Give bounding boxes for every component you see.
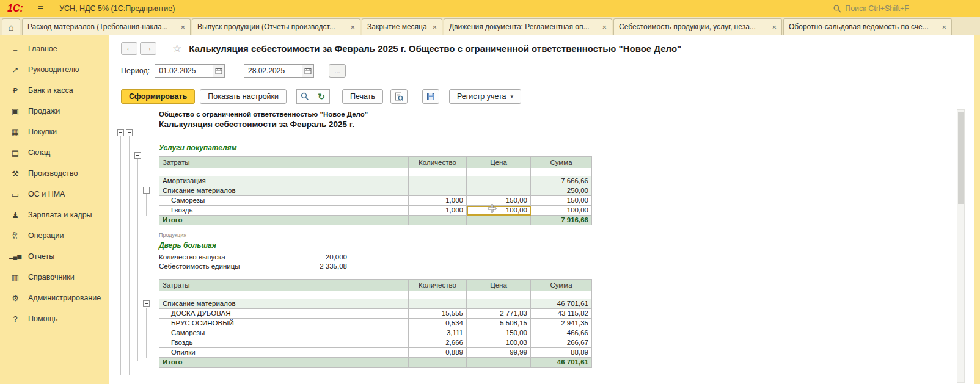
find-button[interactable] <box>296 89 313 104</box>
close-icon[interactable]: × <box>432 23 437 32</box>
row-label-cell[interactable]: Итого <box>159 358 409 368</box>
row-quantity-cell[interactable]: 0,534 <box>409 319 467 328</box>
show-settings-button[interactable]: Показать настройки <box>200 89 287 104</box>
row-sum-cell[interactable]: 266,67 <box>531 338 592 348</box>
collapse-group-icon[interactable] <box>143 300 150 307</box>
scrollbar-thumb[interactable] <box>958 112 964 204</box>
collapse-group-icon[interactable] <box>117 129 124 136</box>
row-price-cell[interactable]: 100,03 <box>467 338 531 348</box>
collapse-group-icon[interactable] <box>134 152 141 159</box>
col-header-costs[interactable]: Затраты <box>159 280 409 291</box>
row-sum-cell[interactable]: 46 701,61 <box>531 358 592 368</box>
collapse-group-icon[interactable] <box>126 129 133 136</box>
row-sum-cell[interactable]: 100,00 <box>531 206 592 216</box>
preview-button[interactable] <box>390 89 408 104</box>
col-header-price[interactable]: Цена <box>467 157 531 168</box>
row-quantity-cell[interactable] <box>409 176 467 186</box>
col-header-costs[interactable]: Затраты <box>159 157 409 168</box>
row-sum-cell[interactable]: 7 916,66 <box>531 216 592 225</box>
col-header-sum[interactable]: Сумма <box>531 280 592 291</box>
row-price-cell[interactable] <box>467 186 531 196</box>
row-label-cell[interactable]: Гвоздь <box>159 338 409 348</box>
row-sum-cell[interactable]: -88,89 <box>531 348 592 358</box>
row-quantity-cell[interactable]: 1,000 <box>409 196 467 206</box>
close-icon[interactable]: × <box>942 23 946 32</box>
row-sum-cell[interactable]: 466,66 <box>531 328 592 338</box>
sidebar-item[interactable]: Дт Кт Операции <box>0 225 109 246</box>
row-quantity-cell[interactable] <box>409 358 467 368</box>
row-price-cell[interactable] <box>467 291 531 299</box>
close-icon[interactable]: × <box>602 23 607 32</box>
row-price-cell[interactable] <box>467 299 531 309</box>
row-sum-cell[interactable] <box>531 291 592 299</box>
document-tab[interactable]: Себестоимость продукции, услуг, неза... … <box>613 18 782 35</box>
row-label-cell[interactable]: БРУС ОСИНОВЫЙ <box>159 319 409 328</box>
row-sum-cell[interactable]: 46 701,61 <box>531 299 592 309</box>
favorite-star-icon[interactable]: ☆ <box>172 42 181 55</box>
document-tab[interactable]: Расход материалов (Требования-накла... × <box>22 18 191 35</box>
row-price-cell[interactable] <box>467 216 531 225</box>
col-header-quantity[interactable]: Количество <box>409 280 467 291</box>
register-menu-button[interactable]: Регистр учета ▾ <box>449 89 521 104</box>
calendar-from-button[interactable] <box>213 64 225 78</box>
home-tab-button[interactable]: ⌂ <box>2 18 20 35</box>
sidebar-item[interactable]: ↗ Руководителю <box>0 59 109 80</box>
row-quantity-cell[interactable]: 2,666 <box>409 338 467 348</box>
row-quantity-cell[interactable] <box>409 186 467 196</box>
unit-cost-value[interactable]: 2 335,08 <box>320 263 347 270</box>
back-button[interactable]: ← <box>121 42 137 55</box>
row-label-cell[interactable]: Саморезы <box>159 196 409 206</box>
sidebar-item[interactable]: ▣ Продажи <box>0 101 109 121</box>
sidebar-item[interactable]: ▦ Покупки <box>0 121 109 142</box>
row-price-cell[interactable]: 99,99 <box>467 348 531 358</box>
row-sum-cell[interactable]: 43 115,82 <box>531 309 592 319</box>
document-tab[interactable]: Выпуск продукции (Отчеты производст... × <box>192 18 360 35</box>
sidebar-item[interactable]: ⚙ Администрирование <box>0 288 109 308</box>
save-button[interactable] <box>422 89 439 104</box>
sidebar-item[interactable]: ? Помощь <box>0 308 109 329</box>
row-sum-cell[interactable]: 150,00 <box>531 196 592 206</box>
close-icon[interactable]: × <box>180 23 185 32</box>
row-label-cell[interactable]: Амортизация <box>159 176 409 186</box>
row-label-cell[interactable]: Саморезы <box>159 328 409 338</box>
sidebar-item[interactable]: ₽ Банк и касса <box>0 80 109 101</box>
row-label-cell[interactable]: Списание материалов <box>159 186 409 196</box>
expand-refresh-button[interactable]: ↻ <box>313 89 330 104</box>
row-quantity-cell[interactable]: -0,889 <box>409 348 467 358</box>
close-icon[interactable]: × <box>772 23 777 32</box>
sidebar-item[interactable]: ▥ Справочники <box>0 267 109 288</box>
output-quantity-value[interactable]: 20,000 <box>326 253 347 261</box>
row-price-cell[interactable]: 5 508,15 <box>467 319 531 328</box>
row-price-cell[interactable]: 100,00 <box>467 206 531 216</box>
document-tab[interactable]: Закрытие месяца × <box>362 18 442 35</box>
period-to-input[interactable] <box>244 64 302 78</box>
forward-button[interactable]: → <box>140 42 156 55</box>
row-label-cell[interactable]: Гвоздь <box>159 206 409 216</box>
row-quantity-cell[interactable]: 3,111 <box>409 328 467 338</box>
col-header-quantity[interactable]: Количество <box>409 157 467 168</box>
sidebar-item[interactable]: ▭ ОС и НМА <box>0 184 109 205</box>
row-price-cell[interactable]: 2 771,83 <box>467 309 531 319</box>
row-quantity-cell[interactable]: 1,000 <box>409 206 467 216</box>
close-icon[interactable]: × <box>350 23 355 32</box>
period-from-input[interactable] <box>155 64 213 78</box>
row-label-cell[interactable] <box>159 168 409 176</box>
row-sum-cell[interactable]: 250,00 <box>531 186 592 196</box>
row-quantity-cell[interactable] <box>409 291 467 299</box>
calendar-to-button[interactable] <box>302 64 314 78</box>
sidebar-item[interactable]: ≡ Главное <box>0 38 109 59</box>
global-search[interactable]: Поиск Ctrl+Shift+F <box>833 0 909 17</box>
row-price-cell[interactable]: 150,00 <box>467 328 531 338</box>
row-quantity-cell[interactable]: 15,555 <box>409 309 467 319</box>
document-tab[interactable]: Движения документа: Регламентная оп... × <box>444 18 612 35</box>
generate-button[interactable]: Сформировать <box>121 89 195 104</box>
row-label-cell[interactable]: ДОСКА ДУБОВАЯ <box>159 309 409 319</box>
sidebar-item[interactable]: ⚒ Производство <box>0 163 109 184</box>
col-header-price[interactable]: Цена <box>467 280 531 291</box>
print-button[interactable]: Печать <box>342 89 383 104</box>
row-price-cell[interactable] <box>467 168 531 176</box>
col-header-sum[interactable]: Сумма <box>531 157 592 168</box>
row-sum-cell[interactable]: 7 666,66 <box>531 176 592 186</box>
row-sum-cell[interactable] <box>531 168 592 176</box>
row-price-cell[interactable]: 150,00 <box>467 196 531 206</box>
